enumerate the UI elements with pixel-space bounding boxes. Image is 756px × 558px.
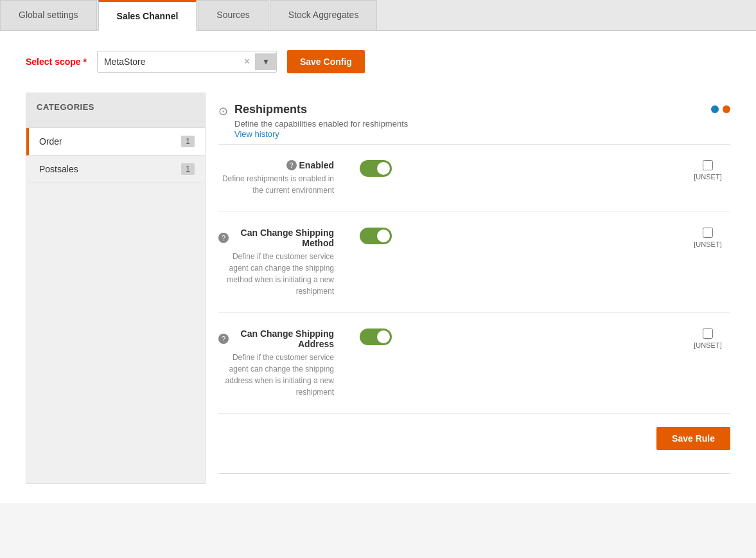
toggle-shipping-address[interactable] [360, 328, 392, 345]
section-header-text: Reshipments Define the capabilities enab… [234, 103, 408, 139]
toggle-enabled-slider [360, 160, 392, 177]
toggle-shipping-method[interactable] [360, 228, 392, 244]
setting-name-shipping-method: Can Change Shipping Method [231, 228, 334, 248]
sidebar-item-order-badge: 1 [181, 136, 195, 147]
setting-label-row-shipping-address: ? Can Change Shipping Address [218, 328, 334, 349]
setting-label-row-shipping-method: ? Can Change Shipping Method [218, 228, 334, 248]
setting-label-col-shipping-method: ? Can Change Shipping Method Define if t… [218, 228, 347, 297]
sidebar-divider [26, 122, 205, 128]
setting-control-shipping-address [347, 328, 679, 345]
sidebar: CATEGORIES Order 1 Postsales 1 [26, 93, 206, 484]
sidebar-item-order-label: Order [39, 136, 62, 147]
setting-control-enabled [347, 160, 679, 177]
unset-label-shipping-method: [UNSET] [694, 240, 721, 248]
section-dots [711, 105, 730, 113]
setting-row-enabled: ? Enabled Define reshipments is enabled … [218, 145, 730, 212]
help-icon-shipping-method[interactable]: ? [218, 233, 229, 243]
setting-unset-shipping-address: [UNSET] [679, 328, 730, 349]
help-icon-enabled[interactable]: ? [286, 160, 297, 170]
scope-clear-button[interactable]: × [239, 51, 255, 72]
section-description: Define the capabilities enabled for resh… [234, 119, 408, 129]
view-history-link[interactable]: View history [234, 129, 279, 139]
sidebar-item-order[interactable]: Order 1 [26, 128, 205, 156]
setting-label-col-shipping-address: ? Can Change Shipping Address Define if … [218, 328, 347, 398]
help-icon-shipping-address[interactable]: ? [218, 334, 229, 344]
setting-name-enabled: Enabled [299, 160, 334, 170]
setting-desc-shipping-address: Define if the customer service agent can… [218, 352, 334, 398]
sidebar-item-postsales-badge: 1 [181, 163, 195, 175]
unset-checkbox-enabled[interactable] [703, 160, 713, 170]
toggle-enabled[interactable] [360, 160, 392, 177]
required-indicator: * [84, 57, 87, 67]
unset-checkbox-shipping-address[interactable] [703, 328, 713, 339]
tab-sources[interactable]: Sources [198, 0, 268, 30]
right-panel: ⊙ Reshipments Define the capabilities en… [218, 93, 730, 484]
setting-row-shipping-address: ? Can Change Shipping Address Define if … [218, 313, 730, 414]
tab-sales-channel[interactable]: Sales Channel [98, 0, 197, 31]
save-config-button[interactable]: Save Config [287, 50, 365, 73]
scope-row: Select scope * × ▼ Save Config [26, 50, 730, 73]
setting-control-shipping-method [347, 228, 679, 244]
setting-desc-enabled: Define reshipments is enabled in the cur… [218, 173, 334, 196]
bottom-separator [218, 473, 730, 474]
settings-area: ? Enabled Define reshipments is enabled … [218, 145, 730, 414]
scope-label: Select scope * [26, 57, 87, 67]
section-header: ⊙ Reshipments Define the capabilities en… [218, 93, 730, 145]
tab-global-settings[interactable]: Global settings [0, 0, 97, 30]
main-layout: CATEGORIES Order 1 Postsales 1 ⊙ Reshipm… [26, 93, 730, 484]
sidebar-item-postsales-label: Postsales [39, 164, 78, 174]
sidebar-title: CATEGORIES [26, 93, 205, 122]
unset-checkbox-shipping-method[interactable] [703, 228, 713, 238]
scope-dropdown-button[interactable]: ▼ [255, 53, 276, 70]
sidebar-item-postsales[interactable]: Postsales 1 [26, 156, 205, 183]
toggle-shipping-method-slider [360, 228, 392, 244]
setting-unset-shipping-method: [UNSET] [679, 228, 730, 248]
main-content: Select scope * × ▼ Save Config CATEGORIE… [0, 31, 756, 503]
dot-orange [723, 105, 730, 113]
setting-label-row-enabled: ? Enabled [286, 160, 334, 170]
tabs-bar: Global settings Sales Channel Sources St… [0, 0, 756, 31]
setting-name-shipping-address: Can Change Shipping Address [231, 328, 334, 349]
setting-desc-shipping-method: Define if the customer service agent can… [218, 251, 334, 297]
section-title: Reshipments [234, 103, 408, 116]
section-collapse-button[interactable]: ⊙ [218, 104, 228, 118]
section-header-left: ⊙ Reshipments Define the capabilities en… [218, 103, 408, 139]
unset-label-shipping-address: [UNSET] [694, 341, 721, 349]
unset-label-enabled: [UNSET] [694, 173, 721, 181]
setting-label-col-enabled: ? Enabled Define reshipments is enabled … [218, 160, 347, 196]
toggle-shipping-address-slider [360, 328, 392, 345]
save-rule-row: Save Rule [218, 414, 730, 463]
save-rule-button[interactable]: Save Rule [656, 427, 730, 450]
scope-input[interactable] [98, 51, 239, 72]
dot-blue [711, 105, 719, 113]
setting-row-shipping-method: ? Can Change Shipping Method Define if t… [218, 212, 730, 313]
setting-unset-enabled: [UNSET] [679, 160, 730, 181]
scope-select-wrapper: × ▼ [97, 51, 277, 73]
tab-stock-aggregates[interactable]: Stock Aggregates [270, 0, 378, 30]
